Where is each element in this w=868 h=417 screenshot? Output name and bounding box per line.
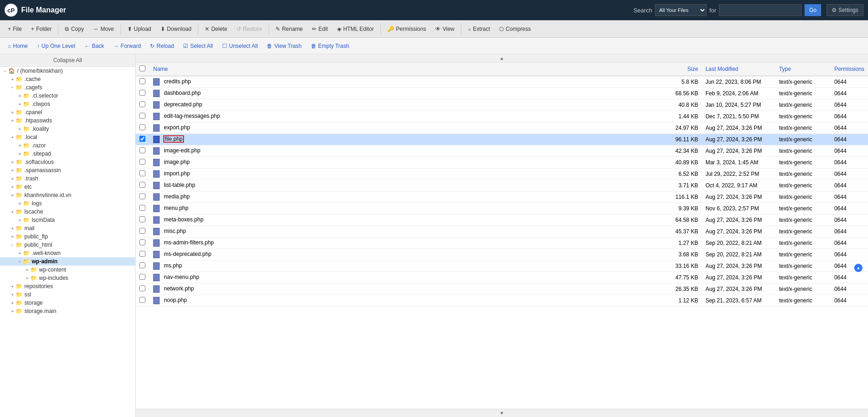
table-row[interactable]: ms-admin-filters.php 1.27 KB Sep 20, 202…: [136, 237, 868, 249]
tree-item-repositories[interactable]: +📁repositories: [0, 282, 135, 290]
name-column-header[interactable]: Name: [149, 63, 665, 76]
size-column-header[interactable]: Size: [665, 63, 702, 76]
file-name-cell[interactable]: credits.php: [149, 76, 665, 88]
table-row[interactable]: list-table.php 3.71 KB Oct 4, 2022, 9:17…: [136, 180, 868, 191]
table-row[interactable]: dashboard.php 68.56 KB Feb 9, 2024, 2:06…: [136, 88, 868, 99]
home-button[interactable]: ⌂ Home: [4, 41, 32, 51]
upload-button[interactable]: ⬆ Upload: [123, 23, 155, 35]
file-name-cell[interactable]: meta-boxes.php: [149, 214, 665, 226]
select-all-button[interactable]: ☑ Select All: [179, 41, 217, 51]
html-editor-button[interactable]: ◈ HTML Editor: [333, 23, 378, 35]
tree-item-public_html[interactable]: −📁public_html: [0, 241, 135, 249]
tree-item-razor[interactable]: +📁.razor: [0, 141, 135, 150]
forward-button[interactable]: → Forward: [109, 41, 145, 51]
back-button[interactable]: ← Back: [80, 41, 109, 51]
row-checkbox[interactable]: [139, 136, 145, 142]
tree-item-root[interactable]: −🏠/ (home/bknskhan): [0, 67, 135, 75]
scroll-up-button[interactable]: ▲: [136, 54, 868, 63]
download-button[interactable]: ⬇ Download: [156, 23, 195, 35]
file-name-cell[interactable]: import.php: [149, 168, 665, 180]
table-row[interactable]: media.php 116.1 KB Aug 27, 2024, 3:26 PM…: [136, 191, 868, 203]
checkbox-column-header[interactable]: [136, 63, 149, 76]
search-scope-select[interactable]: All Your Files File Names Only File Cont…: [655, 4, 707, 16]
file-name-cell[interactable]: list-table.php: [149, 180, 665, 191]
up-one-level-button[interactable]: ↑ Up One Level: [33, 41, 79, 51]
table-row[interactable]: noop.php 1.12 KB Sep 21, 2023, 6:57 AM t…: [136, 295, 868, 307]
file-name-cell[interactable]: ms-deprecated.php: [149, 249, 665, 261]
file-name-cell[interactable]: ms.php: [149, 261, 665, 272]
table-row[interactable]: nav-menu.php 47.75 KB Aug 27, 2024, 3:26…: [136, 272, 868, 284]
tree-item-sitepad[interactable]: +📁.sitepad: [0, 150, 135, 158]
row-checkbox[interactable]: [139, 239, 145, 245]
file-name-cell[interactable]: edit-tag-messages.php: [149, 111, 665, 122]
restore-button[interactable]: ↺ Restore: [232, 23, 266, 35]
row-checkbox[interactable]: [139, 124, 145, 130]
view-trash-button[interactable]: 🗑 View Trash: [263, 41, 305, 51]
table-row[interactable]: image-edit.php 42.34 KB Aug 27, 2024, 3:…: [136, 145, 868, 157]
permissions-button[interactable]: 🔑 Permissions: [383, 23, 430, 35]
row-checkbox[interactable]: [139, 90, 145, 96]
permissions-column-header[interactable]: Permissions: [831, 63, 868, 76]
tree-item-ssl[interactable]: +📁ssl: [0, 290, 135, 299]
view-button[interactable]: 👁 View: [431, 23, 459, 35]
table-row[interactable]: import.php 6.52 KB Jul 29, 2022, 2:52 PM…: [136, 168, 868, 180]
row-checkbox[interactable]: [139, 297, 145, 303]
edit-button[interactable]: ✏ Edit: [308, 23, 332, 35]
row-checkbox[interactable]: [139, 113, 145, 119]
copy-button[interactable]: ⧉ Copy: [61, 23, 88, 35]
rename-button[interactable]: ✎ Rename: [271, 23, 307, 35]
tree-item-logs[interactable]: +📁logs: [0, 199, 135, 208]
row-checkbox[interactable]: [139, 170, 145, 176]
tree-item-koality[interactable]: +📁.koality: [0, 125, 135, 133]
row-checkbox[interactable]: [139, 159, 145, 165]
row-checkbox[interactable]: [139, 285, 145, 291]
settings-button[interactable]: ⚙ Settings: [827, 4, 863, 16]
tree-item-htpasswds[interactable]: +📁.htpasswds: [0, 116, 135, 125]
file-name-cell[interactable]: noop.php: [149, 295, 665, 307]
table-row[interactable]: credits.php 5.8 KB Jun 22, 2023, 8:06 PM…: [136, 76, 868, 88]
row-checkbox[interactable]: [139, 182, 145, 188]
table-row[interactable]: image.php 40.89 KB Mar 3, 2024, 1:45 AM …: [136, 157, 868, 168]
table-row[interactable]: meta-boxes.php 64.58 KB Aug 27, 2024, 3:…: [136, 214, 868, 226]
row-checkbox[interactable]: [139, 193, 145, 199]
table-row[interactable]: file.php 96.11 KB Aug 27, 2024, 3:26 PM …: [136, 134, 868, 145]
tree-item-etc[interactable]: +📁etc: [0, 183, 135, 191]
tree-item-softaculous[interactable]: +📁.softaculous: [0, 158, 135, 166]
table-row[interactable]: network.php 26.35 KB Aug 27, 2024, 3:26 …: [136, 284, 868, 295]
table-row[interactable]: misc.php 45.37 KB Aug 27, 2024, 3:26 PM …: [136, 226, 868, 237]
tree-item-wp-includes[interactable]: +📁wp-includes: [0, 274, 135, 282]
last-modified-column-header[interactable]: Last Modified: [702, 63, 776, 76]
row-checkbox[interactable]: [139, 274, 145, 280]
tree-item-trash[interactable]: +📁.trash: [0, 174, 135, 183]
tree-item-wp-content[interactable]: +📁wp-content: [0, 266, 135, 274]
tree-item-cache[interactable]: +📁.cache: [0, 75, 135, 83]
extract-button[interactable]: ⬦ Extract: [464, 23, 494, 35]
file-name-cell[interactable]: dashboard.php: [149, 88, 665, 99]
type-column-header[interactable]: Type: [776, 63, 831, 76]
collapse-all-button[interactable]: Collapse All: [0, 54, 135, 67]
table-row[interactable]: export.php 24.97 KB Aug 27, 2024, 3:26 P…: [136, 122, 868, 134]
row-checkbox[interactable]: [139, 216, 145, 222]
table-row[interactable]: deprecated.php 40.8 KB Jan 10, 2024, 5:2…: [136, 99, 868, 111]
file-name-cell[interactable]: ms-admin-filters.php: [149, 237, 665, 249]
table-row[interactable]: ms-deprecated.php 3.68 KB Sep 20, 2022, …: [136, 249, 868, 261]
file-name-cell[interactable]: image.php: [149, 157, 665, 168]
file-name-cell[interactable]: image-edit.php: [149, 145, 665, 157]
tree-item-local[interactable]: +📁.local: [0, 133, 135, 141]
tree-item-well-known[interactable]: +📁.well-known: [0, 249, 135, 257]
move-button[interactable]: ↔ Move: [89, 23, 118, 35]
tree-item-spamassassin[interactable]: +📁.spamassassin: [0, 166, 135, 174]
table-row[interactable]: ms.php 33.16 KB Aug 27, 2024, 3:26 PM te…: [136, 261, 868, 272]
row-checkbox[interactable]: [139, 251, 145, 257]
tree-item-cpanel[interactable]: +📁.cpanel: [0, 108, 135, 116]
tree-item-cagefs[interactable]: −📁.cagefs: [0, 83, 135, 92]
tree-item-cl_selector[interactable]: +📁.cl.selector: [0, 92, 135, 100]
file-name-cell[interactable]: network.php: [149, 284, 665, 295]
file-button[interactable]: + File: [4, 23, 26, 35]
row-checkbox[interactable]: [139, 101, 145, 107]
compress-button[interactable]: ⬡ Compress: [495, 23, 535, 35]
reload-button[interactable]: ↻ Reload: [146, 41, 178, 51]
file-name-cell[interactable]: nav-menu.php: [149, 272, 665, 284]
file-name-cell[interactable]: media.php: [149, 191, 665, 203]
file-name-cell[interactable]: export.php: [149, 122, 665, 134]
